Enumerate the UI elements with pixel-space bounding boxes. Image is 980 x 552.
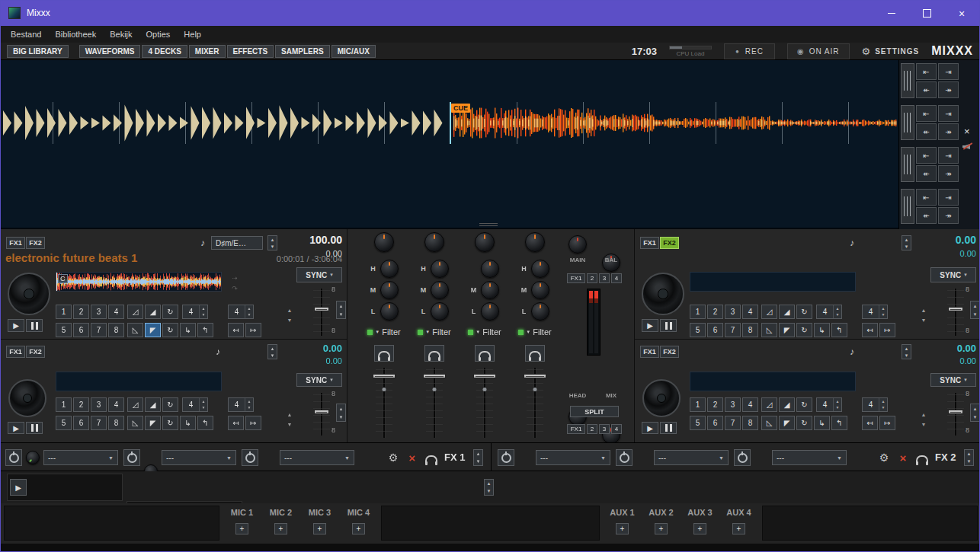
deck1-beatjump-size-spinbox[interactable]: 4: [228, 305, 254, 319]
deck3-hotcue-7-button[interactable]: 7: [91, 416, 107, 430]
deck2-spinny-vinyl[interactable]: [642, 273, 684, 315]
deck4-hotcue-1-button[interactable]: 1: [690, 397, 706, 412]
fx2-clear-icon[interactable]: [895, 449, 911, 466]
deck3-pause-button[interactable]: [26, 422, 43, 434]
deck2-loop-halve-button[interactable]: [761, 305, 777, 319]
deck2-loop-in-button[interactable]: [779, 305, 795, 319]
aux1-add-button[interactable]: +: [616, 523, 629, 534]
split-cue-button[interactable]: SPLIT: [570, 406, 619, 417]
deck4-beatjump-forward-button[interactable]: [879, 416, 895, 430]
deck4-sync-button[interactable]: SYNC: [930, 373, 976, 387]
deck4-nudge-right-button[interactable]: [938, 189, 959, 206]
deck2-rate-down-button[interactable]: [918, 315, 929, 324]
menu-bekijk[interactable]: Bekijk: [103, 30, 139, 39]
deck3-sliders-button[interactable]: [901, 147, 914, 182]
waveform-row-4[interactable]: [1, 186, 898, 228]
deck1-pitch-slider[interactable]: [312, 289, 331, 336]
channel4-eq-high-knob[interactable]: [531, 260, 549, 278]
fx1-slot2-effect-select[interactable]: ---: [162, 450, 236, 465]
fx2-slot2-effect-select[interactable]: ---: [654, 450, 729, 465]
fx1-unit-spinner[interactable]: [473, 449, 483, 466]
fx1-slot3-effect-select[interactable]: ---: [280, 450, 354, 465]
deck4-loop-halve-button[interactable]: [761, 397, 777, 412]
fx2-unit-spinner[interactable]: [964, 449, 974, 466]
deck2-hotcue-1-button[interactable]: 1: [690, 305, 706, 319]
deck3-rate-down-button[interactable]: [284, 420, 295, 429]
deck2-hotcue-8-button[interactable]: 8: [742, 323, 758, 337]
deck2-beatjump-size-spinbox[interactable]: 4: [862, 305, 888, 319]
deck4-rate-up-button[interactable]: [918, 410, 929, 419]
deck3-play-button[interactable]: [8, 422, 24, 434]
deck4-loop-return-button[interactable]: [814, 416, 830, 430]
deck3-hotcue-6-button[interactable]: 6: [73, 416, 89, 430]
fx2-slot3-enable-button[interactable]: [734, 449, 751, 466]
channel2-filter-button[interactable]: Filter: [412, 327, 457, 337]
deck1-hotcue-3-button[interactable]: 3: [91, 305, 107, 319]
deck2-loop-return-button[interactable]: [814, 323, 830, 337]
menu-bestand[interactable]: Bestand: [4, 30, 48, 39]
deck3-bend-left-button[interactable]: [916, 165, 937, 182]
deck4-key-spinner[interactable]: [902, 344, 911, 359]
channel2-eq-mid-knob[interactable]: [431, 281, 449, 299]
key-note-icon[interactable]: [211, 345, 225, 359]
key-note-icon[interactable]: [845, 345, 859, 359]
deck2-beatjump-back-button[interactable]: [862, 323, 878, 337]
fx2-slot1-enable-button[interactable]: [498, 449, 514, 466]
deck4-loop-size-spinbox[interactable]: 4: [816, 397, 842, 412]
deck4-beatjump-size-spinbox[interactable]: 4: [862, 397, 888, 412]
deck3-loop-out-button[interactable]: [145, 416, 161, 430]
deck4-nudge-left-button[interactable]: [916, 189, 937, 206]
channel1-eq-low-knob[interactable]: [380, 302, 399, 321]
deck2-bend-right-button[interactable]: [938, 123, 959, 140]
fx1-slot2-enable-button[interactable]: [123, 449, 140, 466]
deck3-hotcue-2-button[interactable]: 2: [73, 397, 89, 412]
waveforms-toggle-button[interactable]: WAVEFORMS: [79, 45, 141, 58]
deck1-loop-size-spinbox[interactable]: 4: [182, 305, 208, 319]
deck4-loop-double-button[interactable]: [761, 416, 777, 430]
deck1-key-select[interactable]: D♯m/E…: [211, 236, 263, 250]
deck1-spinny-vinyl[interactable]: [8, 273, 50, 315]
deck1-loop-back-button[interactable]: [197, 323, 213, 337]
deck4-play-button[interactable]: [642, 422, 658, 434]
deck3-fx1-assign-button[interactable]: FX1: [6, 346, 25, 358]
deck1-loop-double-button[interactable]: [127, 323, 143, 337]
channel2-gain-knob[interactable]: [424, 232, 444, 252]
channel3-pfl-button[interactable]: [475, 345, 495, 362]
aux3-add-button[interactable]: +: [693, 523, 706, 534]
deck1-key-spinner[interactable]: [267, 235, 277, 250]
channel3-filter-button[interactable]: Filter: [462, 327, 508, 337]
deck2-hotcue-2-button[interactable]: 2: [707, 305, 723, 319]
deck4-hotcue-2-button[interactable]: 2: [707, 397, 723, 412]
close-button[interactable]: ×: [944, 1, 979, 26]
cue-marker[interactable]: CUE: [451, 104, 470, 113]
deck4-bend-left-button[interactable]: [916, 207, 937, 224]
deck3-rate-up-button[interactable]: [284, 410, 295, 419]
main-fx2-assign-button[interactable]: 2: [587, 273, 597, 283]
channel3-eq-low-knob[interactable]: [481, 302, 499, 321]
deck1-beatjump-back-button[interactable]: [228, 323, 244, 337]
fx2-settings-gear-icon[interactable]: [876, 448, 892, 467]
deck4-hotcue-6-button[interactable]: 6: [707, 416, 723, 430]
micaux-toggle-button[interactable]: MIC/AUX: [331, 45, 376, 58]
channel4-volume-fader[interactable]: [524, 368, 546, 438]
deck1-hotcue-2-button[interactable]: 2: [73, 305, 89, 319]
deck4-loop-out-button[interactable]: [779, 416, 795, 430]
deck2-beatjump-forward-button[interactable]: [879, 323, 895, 337]
deck1-hotcue-4-button[interactable]: 4: [108, 305, 124, 319]
deck3-loop-back-button[interactable]: [197, 416, 213, 430]
channel2-pfl-button[interactable]: [424, 345, 444, 362]
deck1-loop-out-button[interactable]: [145, 323, 161, 337]
deck2-hotcue-5-button[interactable]: 5: [690, 323, 706, 337]
mixer-toggle-button[interactable]: MIXER: [189, 45, 226, 58]
deck4-hotcue-8-button[interactable]: 8: [742, 416, 758, 430]
deck2-sync-button[interactable]: SYNC: [930, 267, 976, 282]
deck3-hotcue-3-button[interactable]: 3: [91, 397, 107, 412]
deck2-reloop-button[interactable]: [796, 305, 812, 319]
deck1-bend-left-button[interactable]: [916, 81, 937, 98]
deck1-hotcue-8-button[interactable]: 8: [108, 323, 124, 337]
deck3-hotcue-1-button[interactable]: 1: [56, 397, 72, 412]
deck2-nudge-left-button[interactable]: [916, 105, 937, 122]
menu-opties[interactable]: Opties: [139, 30, 178, 39]
deck3-hotcue-5-button[interactable]: 5: [56, 416, 72, 430]
fx1-slot1-meta-knob[interactable]: [26, 451, 40, 464]
